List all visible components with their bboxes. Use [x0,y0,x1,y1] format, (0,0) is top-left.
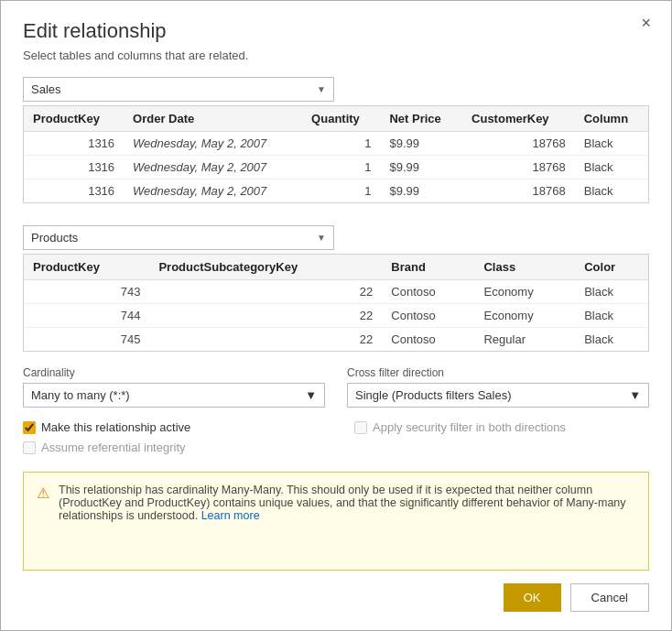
table1-col-quantity: Quantity [302,106,380,132]
cell-class: Economy [474,304,575,328]
cell-column: Black [575,156,648,180]
cell-productkey: 1316 [24,132,124,156]
table1-container: ProductKey Order Date Quantity Net Price… [23,105,649,203]
cell-brand: Contoso [382,280,474,304]
table-row: 743 22 Contoso Economy Black [24,280,648,304]
cell-brand: Contoso [382,304,474,328]
table1: ProductKey Order Date Quantity Net Price… [24,106,648,202]
dialog-title: Edit relationship [23,19,649,43]
warning-box: ⚠ This relationship has cardinality Many… [23,472,649,571]
table1-col-customerkey: CustomerKey [462,106,575,132]
active-label: Make this relationship active [41,420,190,434]
active-checkbox[interactable] [23,421,36,434]
crossfilter-dropdown[interactable]: Single (Products filters Sales) ▼ [347,383,649,408]
table2-dropdown[interactable]: Products ▼ [23,225,334,250]
checkboxes-area: Make this relationship active Assume ref… [23,420,649,461]
security-checkbox-row: Apply security filter in both directions [354,420,649,434]
options-row: Cardinality Many to many (*:*) ▼ Cross f… [23,366,649,408]
cell-productkey: 743 [24,280,149,304]
cell-netprice: $9.99 [380,156,462,180]
table1-header-row: ProductKey Order Date Quantity Net Price… [24,106,648,132]
checkboxes-right: Apply security filter in both directions [354,420,649,461]
table-row: 1316 Wednesday, May 2, 2007 1 $9.99 1876… [24,156,648,180]
ok-button[interactable]: OK [504,583,561,612]
cell-subcategory: 22 [149,280,382,304]
cell-productkey: 1316 [24,156,124,180]
cell-color: Black [575,328,648,352]
cell-quantity: 1 [302,156,380,180]
table2-container: ProductKey ProductSubcategoryKey Brand C… [23,254,649,352]
cell-customerkey: 18768 [462,132,575,156]
cell-column: Black [575,180,648,203]
table2-dropdown-row: Products ▼ [23,225,649,250]
integrity-checkbox[interactable] [23,441,36,454]
checkboxes-left: Make this relationship active Assume ref… [23,420,318,461]
crossfilter-col: Cross filter direction Single (Products … [347,366,649,408]
warning-message: This relationship has cardinality Many-M… [59,484,626,522]
table1-dropdown-row: Sales ▼ [23,77,649,102]
security-label: Apply security filter in both directions [373,420,566,434]
table2-col-class: Class [474,255,575,280]
crossfilter-arrow: ▼ [629,388,641,402]
cardinality-label: Cardinality [23,366,325,379]
cell-orderdate: Wednesday, May 2, 2007 [124,132,302,156]
table2-header-row: ProductKey ProductSubcategoryKey Brand C… [24,255,648,280]
table2-dropdown-value: Products [31,231,78,245]
cell-color: Black [575,280,648,304]
table1-col-orderdate: Order Date [124,106,302,132]
cell-color: Black [575,304,648,328]
cell-subcategory: 22 [149,304,382,328]
integrity-label: Assume referential integrity [41,441,186,454]
table1-dropdown[interactable]: Sales ▼ [23,77,334,102]
table1-col-netprice: Net Price [380,106,462,132]
table2-col-subcategory: ProductSubcategoryKey [149,255,382,280]
cell-customerkey: 18768 [462,156,575,180]
cell-quantity: 1 [302,180,380,203]
footer: OK Cancel [23,583,649,612]
cell-customerkey: 18768 [462,180,575,203]
crossfilter-label: Cross filter direction [347,366,649,379]
integrity-checkbox-row: Assume referential integrity [23,441,318,454]
table2: ProductKey ProductSubcategoryKey Brand C… [24,255,648,351]
table1-col-productkey: ProductKey [24,106,124,132]
cell-productkey: 1316 [24,180,124,203]
table2-col-brand: Brand [382,255,474,280]
edit-relationship-dialog: × Edit relationship Select tables and co… [0,0,672,631]
table-row: 1316 Wednesday, May 2, 2007 1 $9.99 1876… [24,180,648,203]
warning-text: This relationship has cardinality Many-M… [59,484,635,559]
cell-brand: Contoso [382,328,474,352]
cell-productkey: 745 [24,328,149,352]
learn-more-link[interactable]: Learn more [201,509,260,522]
table2-col-productkey: ProductKey [24,255,149,280]
cell-class: Economy [474,280,575,304]
table2-dropdown-arrow: ▼ [317,233,326,243]
close-button[interactable]: × [635,12,656,35]
table1-dropdown-value: Sales [31,82,61,96]
active-checkbox-row: Make this relationship active [23,420,318,434]
cell-productkey: 744 [24,304,149,328]
cell-netprice: $9.99 [380,132,462,156]
table1-col-column: Column [575,106,648,132]
warning-icon: ⚠ [37,484,49,559]
cell-subcategory: 22 [149,328,382,352]
cell-orderdate: Wednesday, May 2, 2007 [124,156,302,180]
table1-dropdown-arrow: ▼ [317,84,326,94]
table-row: 1316 Wednesday, May 2, 2007 1 $9.99 1876… [24,132,648,156]
table-row: 745 22 Contoso Regular Black [24,328,648,352]
dialog-subtitle: Select tables and columns that are relat… [23,49,649,62]
cell-column: Black [575,132,648,156]
cell-quantity: 1 [302,132,380,156]
cancel-button[interactable]: Cancel [570,583,649,612]
crossfilter-value: Single (Products filters Sales) [355,388,512,402]
cell-netprice: $9.99 [380,180,462,203]
security-checkbox[interactable] [354,421,367,434]
table-row: 744 22 Contoso Economy Black [24,304,648,328]
cardinality-value: Many to many (*:*) [31,388,130,402]
cardinality-col: Cardinality Many to many (*:*) ▼ [23,366,325,408]
cell-class: Regular [474,328,575,352]
cell-orderdate: Wednesday, May 2, 2007 [124,180,302,203]
cardinality-dropdown[interactable]: Many to many (*:*) ▼ [23,383,325,408]
table2-col-color: Color [575,255,648,280]
cardinality-arrow: ▼ [305,388,317,402]
